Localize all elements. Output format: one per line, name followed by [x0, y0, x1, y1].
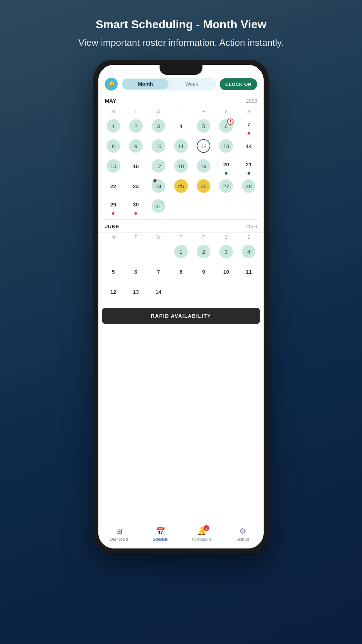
table-row[interactable]: 2 [124, 116, 147, 136]
table-row[interactable]: 7 [147, 262, 170, 281]
schedule-label: Schedule [153, 537, 168, 541]
table-row[interactable]: 11 [238, 262, 260, 281]
may-header: MAY 2023 [98, 94, 264, 107]
notifications-label: Notifications [192, 537, 211, 541]
june-header: JUNE 2023 [98, 220, 264, 233]
notifications-icon: 🔔 2 [197, 527, 206, 536]
month-tab[interactable]: Month [122, 79, 168, 89]
table-row[interactable]: 9 [124, 136, 147, 156]
table-row[interactable]: 1 [102, 116, 124, 136]
table-row[interactable]: 18 [170, 156, 192, 176]
table-row[interactable]: 22 [102, 176, 124, 196]
june-day-t2: T [170, 235, 192, 240]
table-row[interactable]: 15 [102, 156, 124, 176]
table-row[interactable]: 13 [124, 282, 147, 301]
table-row[interactable]: 23 [124, 176, 147, 196]
table-row[interactable]: 14 [147, 282, 170, 301]
table-row[interactable]: 27 [215, 176, 238, 196]
june-month-name: JUNE [105, 223, 119, 229]
notifications-badge: 2 [204, 525, 209, 531]
dashboard-label: Dashboard [110, 537, 128, 541]
table-row[interactable]: 4 [170, 116, 192, 136]
table-row[interactable]: 28 [238, 176, 260, 196]
june-day-t1: T [124, 235, 147, 240]
table-row[interactable]: 17 → [147, 156, 170, 176]
june-day-f: F [192, 235, 215, 240]
may-section: MAY 2023 M T W T F S S 1 2 3 4 [98, 94, 264, 219]
table-row[interactable]: 8 [170, 262, 192, 281]
table-row[interactable]: 20 [215, 156, 238, 176]
table-row[interactable]: 16 [124, 156, 147, 176]
phone-notch [160, 65, 202, 75]
arrow-right-icon: → [183, 140, 187, 144]
key-icon: 🔑 [105, 78, 118, 91]
day-label-t2: T [170, 109, 192, 114]
table-row[interactable]: 9 [192, 262, 215, 281]
page-title: Smart Scheduling - Month View [78, 18, 284, 31]
table-row[interactable]: 3 [147, 116, 170, 136]
day-label-m: M [102, 109, 124, 114]
table-row[interactable]: 25 [170, 176, 192, 196]
day-label-s1: S [215, 109, 238, 114]
table-row[interactable]: 13 [215, 136, 238, 156]
table-row[interactable]: 21 [238, 156, 260, 176]
june-day-m: M [102, 235, 124, 240]
rapid-availability-label: RAPID AVAILABILITY [151, 313, 211, 319]
page-subtitle: View important roster information. Actio… [78, 36, 284, 49]
may-year: 2023 [246, 98, 257, 104]
table-row[interactable]: 24 🎓 [147, 176, 170, 196]
nav-item-notifications[interactable]: 🔔 2 Notifications [181, 527, 222, 541]
table-row[interactable]: 3 [215, 242, 238, 261]
day-label-s2: S [238, 109, 260, 114]
dot-blue [248, 172, 250, 175]
nav-item-schedule[interactable]: 📅 Schedule [140, 527, 181, 541]
page-header: Smart Scheduling - Month View View impor… [50, 0, 312, 60]
table-row[interactable]: 26 [192, 176, 215, 196]
table-row[interactable]: 8 [102, 136, 124, 156]
table-row[interactable]: 5 [102, 262, 124, 281]
table-row[interactable]: 2 [192, 242, 215, 261]
phone-shell: 🔑 Month Week CLOCK ON MAY 2023 M T W T [93, 60, 269, 553]
table-row[interactable]: 7 [238, 116, 260, 136]
dot-red [248, 132, 250, 135]
calendar-scroll[interactable]: MAY 2023 M T W T F S S 1 2 3 4 [98, 94, 264, 523]
table-row[interactable]: 11 → [170, 136, 192, 156]
day-label-w: W [147, 109, 170, 114]
june-section: JUNE 2023 M T W T F S S 1 [98, 220, 264, 324]
table-row[interactable]: 6 [124, 262, 147, 281]
dot-red [112, 212, 114, 215]
table-row[interactable]: 5 [192, 116, 215, 136]
settings-icon: ⚙ [239, 527, 246, 536]
table-row[interactable]: 6 ! [215, 116, 238, 136]
june-day-w: W [147, 235, 170, 240]
table-row[interactable]: 10 [147, 136, 170, 156]
table-row[interactable]: 31 ← [147, 196, 170, 216]
day-label-t1: T [124, 109, 147, 114]
table-row[interactable]: 10 [215, 262, 238, 281]
table-row[interactable]: 30 [124, 196, 147, 216]
june-year: 2023 [246, 224, 257, 229]
nav-item-dashboard[interactable]: ⊞ Dashboard [98, 527, 140, 541]
table-row[interactable]: 1 [170, 242, 192, 261]
rapid-availability-bar[interactable]: RAPID AVAILABILITY [102, 308, 260, 324]
june-day-labels: M T W T F S S [98, 233, 264, 240]
arrow-left-icon: ← [161, 200, 165, 204]
clock-on-button[interactable]: CLOCK ON [220, 78, 257, 90]
june-grid: 1 2 3 4 5 6 7 8 9 10 11 12 13 14 [98, 240, 264, 305]
settings-label: Settings [236, 537, 249, 541]
table-row[interactable]: 14 [238, 136, 260, 156]
june-day-s2: S [238, 235, 260, 240]
table-row[interactable]: 12 [192, 136, 215, 156]
nav-item-settings[interactable]: ⚙ Settings [222, 527, 264, 541]
table-row[interactable]: 19 [192, 156, 215, 176]
schedule-icon: 📅 [156, 527, 165, 536]
table-row[interactable]: 29 [102, 196, 124, 216]
week-tab[interactable]: Week [168, 79, 215, 89]
phone-screen: 🔑 Month Week CLOCK ON MAY 2023 M T W T [98, 65, 264, 548]
arrow-right-icon: → [161, 160, 165, 164]
dot-red [134, 212, 137, 215]
may-month-name: MAY [105, 98, 116, 104]
table-row[interactable]: 12 [102, 282, 124, 301]
table-row[interactable]: 4 [238, 242, 260, 261]
dashboard-icon: ⊞ [116, 527, 122, 536]
